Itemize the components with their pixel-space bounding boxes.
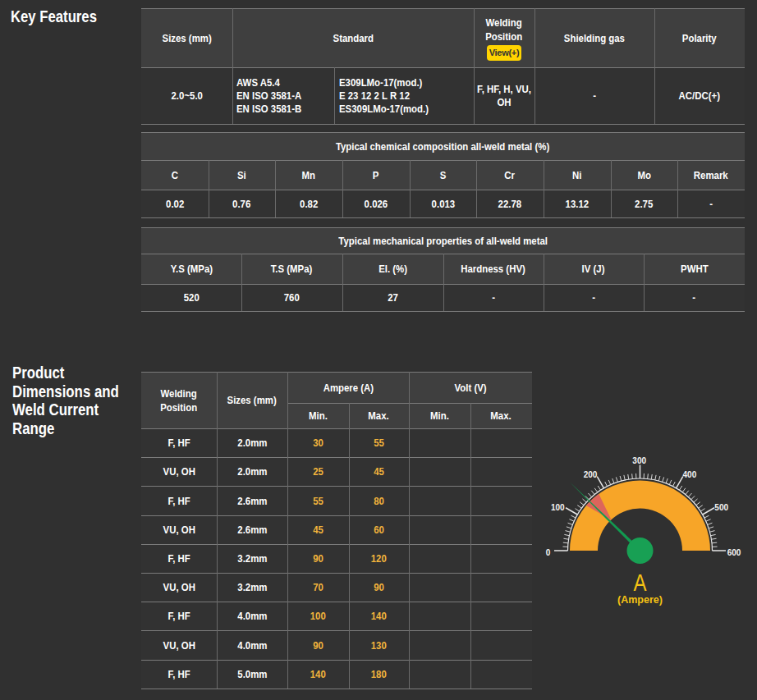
svg-text:600: 600 — [727, 548, 741, 557]
svg-text:400: 400 — [683, 470, 697, 479]
svg-text:200: 200 — [584, 470, 598, 479]
svg-text:A: A — [633, 569, 647, 597]
svg-text:100: 100 — [551, 503, 565, 512]
svg-text:500: 500 — [714, 503, 728, 512]
svg-text:(Ampere): (Ampere) — [617, 594, 663, 606]
svg-text:300: 300 — [632, 456, 646, 465]
svg-text:0: 0 — [546, 548, 551, 557]
